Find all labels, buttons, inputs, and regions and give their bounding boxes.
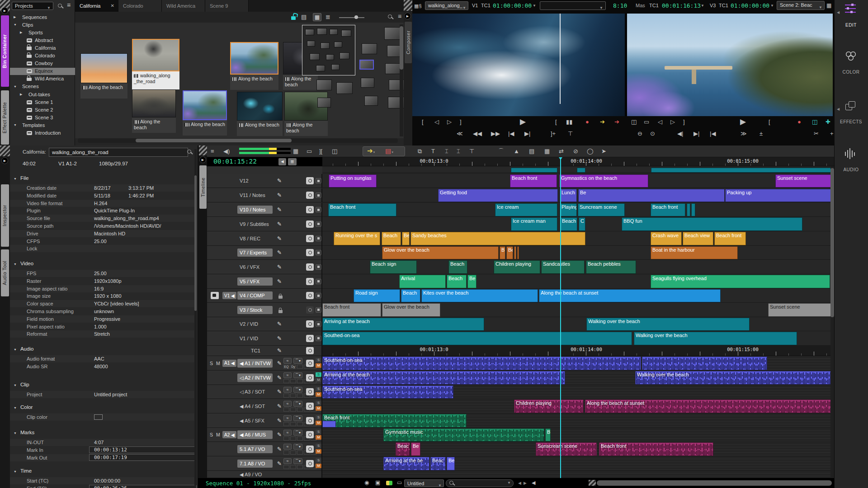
effects-mode-icon[interactable] (845, 100, 857, 111)
page-back-icon[interactable]: ◀ (518, 479, 521, 487)
tab-bin-container[interactable]: Bin Container (1, 15, 9, 87)
clip-name-input[interactable] (49, 148, 188, 157)
timeline-clip-beach[interactable]: Beach (560, 217, 577, 231)
timeline-lane-a9[interactable] (322, 471, 834, 478)
text-tool-icon[interactable]: T (431, 148, 435, 155)
panel-expand-icon[interactable]: ▶ (199, 156, 206, 163)
scene-selector[interactable]: Scene 2: Beac▼ (777, 1, 825, 10)
sidebar-item-equinox[interactable]: Equinox (10, 68, 75, 75)
inspector-scroll-thumb[interactable] (194, 175, 197, 311)
inspector-section-color[interactable]: ▼Color (10, 404, 194, 410)
chevron-down-icon[interactable]: ▼ (14, 23, 17, 26)
field-input[interactable]: 00:00:13:12 (89, 446, 197, 453)
script-view-icon[interactable]: ≣ (326, 14, 330, 21)
chevron-down-icon[interactable]: ▼ (14, 406, 17, 409)
track-monitor-button[interactable] (306, 278, 314, 285)
timeline-clip-segment[interactable] (691, 203, 695, 216)
timeline-clip-sandcastles[interactable]: Sandcastles (541, 260, 585, 274)
chevron-right-icon[interactable]: ▶ (14, 15, 16, 19)
next-edit-button[interactable]: ▶| (524, 130, 530, 137)
mute-group-label[interactable]: M (216, 361, 220, 366)
solo-button[interactable]: S (316, 372, 321, 377)
trim-mode-icon[interactable]: ][ (319, 148, 322, 155)
record-button[interactable]: ● (585, 118, 589, 126)
anchor-icon[interactable]: ⊤ (469, 148, 474, 155)
timeline-ruler[interactable]: 00:01:13:000:01:14:0000:01:15:00 (322, 157, 834, 166)
track-header-v10[interactable]: V10 / Notes✎ (207, 203, 322, 217)
track-header-v1[interactable]: V1 / VID✎ (207, 331, 322, 346)
eq-slot[interactable]: Dy (290, 365, 296, 369)
overwrite-button[interactable]: ➔ (614, 118, 619, 126)
eq-slot[interactable] (290, 394, 296, 398)
chevron-down-icon[interactable]: ▼ (14, 432, 17, 435)
eq-slot[interactable] (297, 408, 303, 412)
chevron-down-icon[interactable]: ▼ (14, 384, 17, 387)
sidebar-item-cowboy[interactable]: Cowboy (10, 60, 75, 67)
timeline-clip-segment[interactable] (511, 168, 557, 173)
mute-button[interactable]: M (316, 421, 321, 425)
eq-slot[interactable] (297, 450, 303, 455)
timeline-clip-beach-view[interactable]: Beach view (683, 232, 713, 245)
trim-button[interactable]: ± (760, 130, 763, 137)
track-header-v7[interactable]: V7 / Experts✎ (207, 246, 322, 260)
sidebar-item-scenes[interactable]: ▼Scenes (10, 83, 75, 90)
sidebar-item-sports[interactable]: ▶Sports (10, 29, 75, 36)
inspector-section-clip[interactable]: ▼Clip (10, 382, 194, 387)
tab-composer[interactable]: Composer (405, 22, 412, 63)
audio-mode-icon[interactable] (845, 148, 856, 159)
waveform-icon[interactable]: ≈ (283, 372, 292, 378)
track-header-v2[interactable]: V2 / VID✎ (207, 317, 322, 331)
mark-clip-button[interactable]: [ (555, 118, 557, 126)
solo-button[interactable]: S (316, 401, 321, 405)
pencil-icon[interactable]: ✎ (277, 375, 282, 381)
track-name-v6[interactable]: V6 / VFX (237, 263, 273, 271)
bus-assignment-a2[interactable]: A2 ◀ (222, 431, 236, 438)
pencil-icon[interactable]: ✎ (277, 264, 282, 270)
timeline-clip-ice-cream[interactable]: Ice cream (495, 203, 557, 216)
automation-icon[interactable]: ⌒▾ (293, 444, 302, 450)
bin-tab-california[interactable]: California✕ (75, 0, 118, 12)
timeline-clip-beach[interactable]: Beach (448, 260, 467, 274)
mark-clip-button[interactable]: [ (769, 118, 770, 126)
automation-icon[interactable]: ⌒▾ (293, 401, 302, 407)
track-monitor-button[interactable] (306, 388, 314, 395)
bin-search-icon[interactable] (388, 14, 392, 19)
filmstrip-icon[interactable]: ▦ (826, 2, 831, 9)
tab-effect-palette[interactable]: Effect Palette (1, 90, 9, 145)
inspector-section-video[interactable]: ▼Video (10, 261, 194, 266)
eq-slot[interactable] (297, 394, 303, 398)
sidebar-item-templates[interactable]: ▼Templates (10, 122, 75, 129)
track-select-button[interactable] (316, 279, 321, 284)
timeline-clip-arriving-at-the-be[interactable]: Arriving at the be (383, 457, 429, 470)
track-name-a1[interactable]: ◀ A1 / INTVW (237, 359, 273, 367)
automation-icon[interactable]: ⌒▾ (293, 458, 302, 464)
mark-out-button[interactable]: ] (460, 118, 462, 126)
pencil-icon[interactable]: ✎ (277, 446, 282, 452)
timeline-clip-children-playing[interactable]: Children playing (514, 399, 584, 413)
chevron-down-icon[interactable]: ▼ (14, 470, 17, 473)
track-monitor-button[interactable] (306, 360, 314, 367)
eq-slot[interactable] (283, 465, 289, 469)
bin-minimap[interactable] (302, 25, 355, 75)
bin-tab-wild-america[interactable]: Wild America (162, 0, 205, 12)
eq-slot[interactable] (297, 436, 303, 441)
timeline-clip-segment[interactable] (687, 203, 690, 216)
track-monitor-button[interactable] (306, 431, 314, 438)
waveform-icon[interactable]: ≈ (283, 401, 292, 407)
waveform-icon[interactable]: ≈ (283, 444, 292, 450)
trim-left-button[interactable]: ◀| (677, 130, 683, 137)
color-mode-icon[interactable] (845, 51, 857, 61)
bin-clip-label[interactable]: Along the beach (80, 83, 127, 99)
timeline-clip-be[interactable]: Be (411, 442, 420, 456)
track-name-v4[interactable]: V4 / COMP (237, 291, 273, 300)
eq-slot[interactable] (283, 379, 289, 383)
eq-slot[interactable] (297, 379, 303, 383)
timeline-horizontal-scroll-thumb[interactable] (597, 480, 832, 486)
chevron-down-icon[interactable]: ▼ (770, 4, 774, 8)
chevron-down-icon[interactable]: ▼ (701, 4, 704, 8)
timeline-clip-bbq-fun[interactable]: BBQ fun (622, 217, 802, 231)
sidebar-item-scene-1[interactable]: Scene 1 (10, 99, 75, 106)
bin-vertical-scroll-thumb[interactable] (400, 26, 403, 70)
inspector-section-audio[interactable]: ▼Audio (10, 346, 194, 352)
timeline-clip-segment[interactable] (517, 246, 519, 259)
